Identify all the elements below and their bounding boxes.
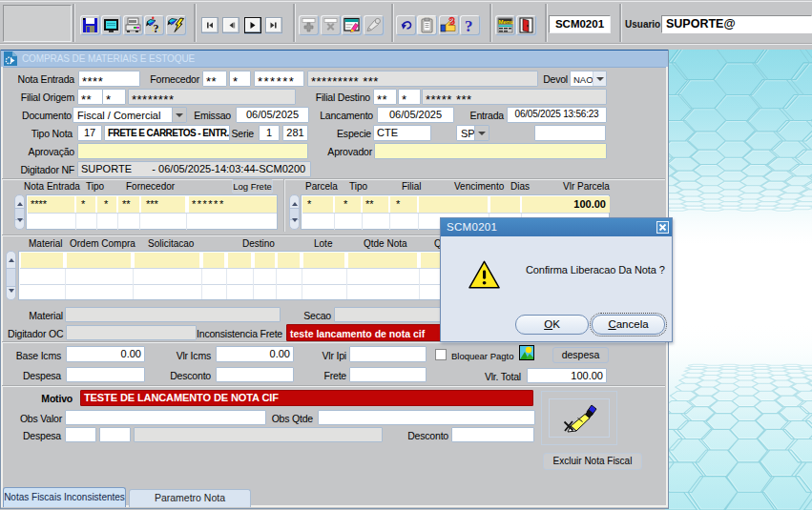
svg-text:Menu: Menu [499,19,514,25]
svg-text:?: ? [465,17,473,34]
svg-text:?: ? [154,22,159,34]
